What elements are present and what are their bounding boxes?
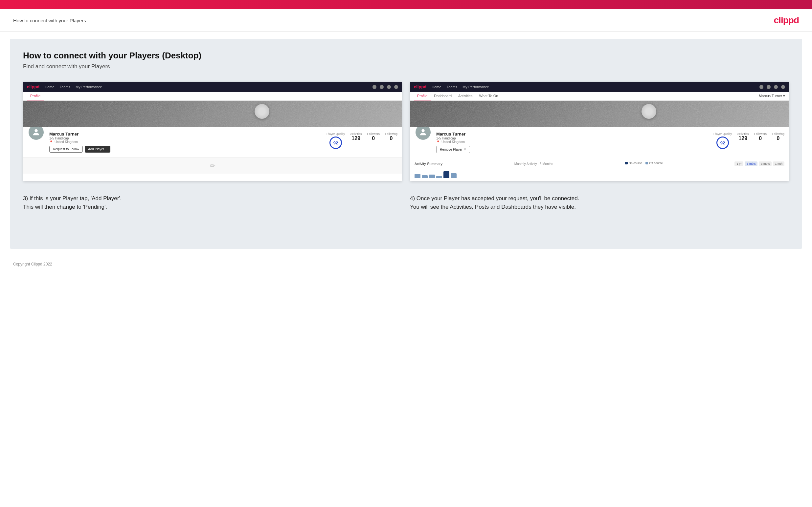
hero-overlay-1 [23,101,402,127]
mock-tabs-1: Profile [23,92,402,101]
following-stat-1: Following 0 [385,132,398,142]
add-player-button[interactable]: Add Player + [85,146,110,153]
legend-off-course: Off course [646,161,663,165]
user-icon-1[interactable] [380,85,384,89]
nav-performance-1[interactable]: My Performance [75,85,102,89]
profile-section-2: Marcus Turner 1-5 Handicap 📍 United King… [410,127,789,158]
screenshot-2: clippd Home Teams My Performance Profile… [410,82,789,181]
player-name-1: Marcus Turner [49,131,322,136]
player-dropdown-2[interactable]: Marcus Turner ▾ [759,92,785,100]
scroll-area-1: ✏ [23,157,402,174]
nav-teams-2[interactable]: Teams [447,85,457,89]
activity-filters-2: 1 yr 6 mths 3 mths 1 mth [734,161,784,166]
bar-6 [451,173,457,178]
activity-chart-2 [414,169,784,178]
player-location-2: 📍 United Kingdom [436,140,709,144]
search-icon-1[interactable] [372,85,376,89]
scroll-icon-1: ✏ [210,162,215,170]
activities-stat-2: Activities 129 [737,132,749,142]
followers-stat-2: Followers 0 [754,132,767,142]
caption-3: 3) If this is your Player tap, 'Add Play… [23,192,402,214]
caption-4-text: 4) Once your Player has accepted your re… [410,194,789,211]
filter-3mths[interactable]: 3 mths [759,161,772,166]
logo: clippd [774,15,799,25]
off-course-dot [646,162,648,164]
avatar-icon-1 [32,128,41,137]
header-divider [13,32,799,32]
hero-image-2 [410,101,789,127]
request-follow-button[interactable]: Request to Follow [49,146,83,153]
copyright-text: Copyright Clippd 2022 [13,262,52,267]
player-quality-2: Player Quality 92 [713,132,732,149]
player-name-2: Marcus Turner [436,131,709,136]
player-handicap-2: 1-5 Handicap [436,136,709,140]
remove-player-button[interactable]: Remove Player ✕ [436,146,470,153]
breadcrumb: How to connect with your Players [13,18,86,23]
quality-circle-1: 92 [329,136,342,149]
avatar-icon-2 [418,128,428,137]
remove-x-icon: ✕ [463,147,466,152]
tab-dashboard-2[interactable]: Dashboard [430,92,455,100]
tab-what-to-on-2[interactable]: What To On [476,92,501,100]
page-title: How to connect with your Players (Deskto… [23,51,789,61]
player-location-1: 📍 United Kingdom [49,140,322,144]
profile-section-1: Marcus Turner 1-5 Handicap 📍 United King… [23,127,402,157]
mock-logo-1: clippd [27,84,39,89]
bar-4 [436,176,442,178]
mock-tabs-2: Profile Dashboard Activities What To On … [410,92,789,101]
captions-row: 3) If this is your Player tap, 'Add Play… [23,192,789,214]
globe-icon-1[interactable] [394,85,398,89]
globe-icon-2[interactable] [781,85,785,89]
following-stat-2: Following 0 [772,132,784,142]
bar-3 [429,175,435,178]
tab-profile-2[interactable]: Profile [414,92,430,100]
nav-right-1 [372,85,398,89]
mock-nav-1: clippd Home Teams My Performance [23,82,402,92]
player-quality-1: Player Quality 92 [326,132,345,149]
page-subtitle: Find and connect with your Players [23,63,789,70]
hero-image-1 [23,101,402,127]
activity-header-2: Activity Summary Monthly Activity · 6 Mo… [414,161,784,166]
activity-summary-2: Activity Summary Monthly Activity · 6 Mo… [410,158,789,181]
activity-title-2: Activity Summary [414,162,443,166]
svg-point-0 [35,129,38,132]
mock-logo-2: clippd [414,84,426,89]
profile-info-1: Marcus Turner 1-5 Handicap 📍 United King… [49,130,322,153]
tab-activities-2[interactable]: Activities [455,92,476,100]
footer: Copyright Clippd 2022 [0,255,812,273]
activity-period-2: Monthly Activity · 6 Months [514,162,553,166]
top-bar [0,0,812,9]
settings-icon-2[interactable] [774,85,778,89]
hero-overlay-2 [410,101,789,127]
main-content: How to connect with your Players (Deskto… [10,39,802,249]
svg-point-1 [421,129,424,132]
location-icon-1: 📍 [49,140,53,144]
nav-performance-2[interactable]: My Performance [462,85,489,89]
screenshot-1: clippd Home Teams My Performance Profile [23,82,402,181]
bar-5 [444,171,449,178]
bar-1 [414,174,420,178]
search-icon-2[interactable] [759,85,763,89]
tab-profile-1[interactable]: Profile [27,92,44,100]
on-course-dot [625,162,628,164]
filter-1yr[interactable]: 1 yr [734,161,743,166]
legend-on-course: On course [625,161,643,165]
nav-home-2[interactable]: Home [432,85,441,89]
quality-circle-2: 92 [716,136,729,149]
hero-circle-2 [642,104,656,119]
nav-teams-1[interactable]: Teams [60,85,70,89]
settings-icon-1[interactable] [387,85,391,89]
nav-right-2 [759,85,785,89]
caption-3-text: 3) If this is your Player tap, 'Add Play… [23,194,402,211]
nav-home-1[interactable]: Home [45,85,54,89]
player-handicap-1: 1-5 Handicap [49,136,322,140]
hero-circle-1 [255,104,269,119]
user-icon-2[interactable] [767,85,771,89]
followers-stat-1: Followers 0 [367,132,380,142]
caption-4: 4) Once your Player has accepted your re… [410,192,789,214]
filter-1mth[interactable]: 1 mth [773,161,784,166]
chart-legend-2: On course Off course [625,161,663,165]
action-buttons-1: Request to Follow Add Player + [49,146,322,153]
filter-6mths[interactable]: 6 mths [745,161,757,166]
mock-nav-2: clippd Home Teams My Performance [410,82,789,92]
